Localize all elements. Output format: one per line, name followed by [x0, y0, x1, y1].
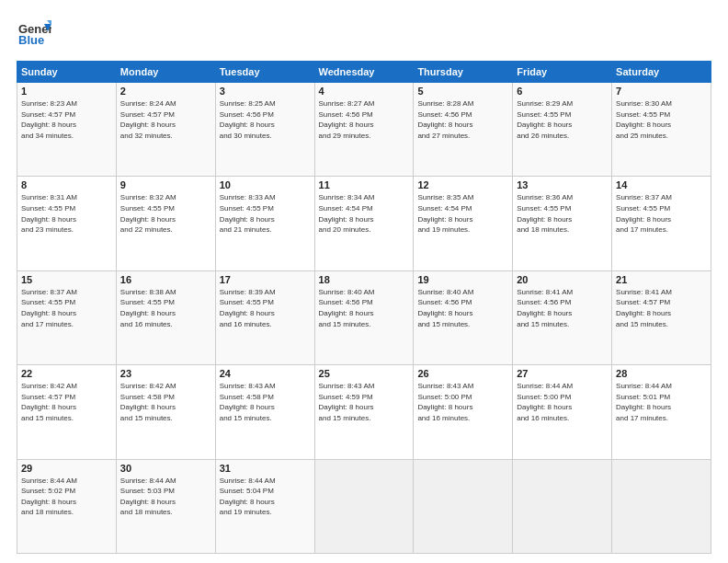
calendar-day: 24Sunrise: 8:43 AMSunset: 4:58 PMDayligh… — [215, 365, 314, 459]
day-detail: Sunrise: 8:36 AMSunset: 4:55 PMDaylight:… — [517, 192, 608, 235]
day-detail: Sunrise: 8:40 AMSunset: 4:56 PMDaylight:… — [319, 287, 410, 329]
day-detail: Sunrise: 8:38 AMSunset: 4:55 PMDaylight:… — [120, 287, 211, 329]
day-number: 13 — [517, 179, 608, 190]
day-detail: Sunrise: 8:40 AMSunset: 4:56 PMDaylight:… — [417, 287, 508, 329]
calendar-day: 9Sunrise: 8:32 AMSunset: 4:55 PMDaylight… — [116, 177, 215, 270]
calendar-day: 26Sunrise: 8:43 AMSunset: 5:00 PMDayligh… — [414, 365, 513, 459]
day-detail: Sunrise: 8:43 AMSunset: 5:00 PMDaylight:… — [417, 381, 508, 423]
calendar-day: 19Sunrise: 8:40 AMSunset: 4:56 PMDayligh… — [414, 270, 513, 364]
calendar-body: 1Sunrise: 8:23 AMSunset: 4:57 PMDaylight… — [17, 83, 711, 554]
calendar-day: 28Sunrise: 8:44 AMSunset: 5:01 PMDayligh… — [612, 365, 711, 459]
day-detail: Sunrise: 8:44 AMSunset: 5:03 PMDaylight:… — [120, 476, 211, 518]
calendar-day: 7Sunrise: 8:30 AMSunset: 4:55 PMDaylight… — [612, 83, 711, 177]
weekday-sunday: Sunday — [17, 62, 117, 83]
calendar-week-3: 15Sunrise: 8:37 AMSunset: 4:55 PMDayligh… — [17, 270, 711, 364]
calendar-day: 2Sunrise: 8:24 AMSunset: 4:57 PMDaylight… — [116, 83, 215, 177]
day-detail: Sunrise: 8:35 AMSunset: 4:54 PMDaylight:… — [417, 192, 508, 235]
calendar-header: SundayMondayTuesdayWednesdayThursdayFrid… — [17, 62, 711, 83]
calendar-day — [414, 459, 513, 553]
calendar-day: 29Sunrise: 8:44 AMSunset: 5:02 PMDayligh… — [17, 459, 117, 553]
day-detail: Sunrise: 8:44 AMSunset: 5:01 PMDaylight:… — [616, 381, 707, 423]
logo-icon: General Blue — [17, 17, 51, 52]
calendar-day: 6Sunrise: 8:29 AMSunset: 4:55 PMDaylight… — [513, 83, 612, 177]
day-number: 2 — [120, 86, 211, 97]
day-detail: Sunrise: 8:44 AMSunset: 5:00 PMDaylight:… — [517, 381, 608, 423]
calendar-day: 31Sunrise: 8:44 AMSunset: 5:04 PMDayligh… — [215, 459, 314, 553]
weekday-saturday: Saturday — [612, 62, 711, 83]
day-number: 15 — [21, 274, 112, 285]
calendar-day: 14Sunrise: 8:37 AMSunset: 4:55 PMDayligh… — [612, 177, 711, 270]
day-number: 20 — [517, 274, 608, 285]
calendar-week-5: 29Sunrise: 8:44 AMSunset: 5:02 PMDayligh… — [17, 459, 711, 553]
calendar-day: 30Sunrise: 8:44 AMSunset: 5:03 PMDayligh… — [116, 459, 215, 553]
logo: General Blue — [17, 17, 51, 52]
day-number: 8 — [21, 179, 112, 190]
day-number: 1 — [21, 86, 112, 97]
calendar-day: 17Sunrise: 8:39 AMSunset: 4:55 PMDayligh… — [215, 270, 314, 364]
day-detail: Sunrise: 8:37 AMSunset: 4:55 PMDaylight:… — [616, 192, 707, 235]
calendar-day: 25Sunrise: 8:43 AMSunset: 4:59 PMDayligh… — [314, 365, 414, 459]
weekday-monday: Monday — [116, 62, 215, 83]
calendar-day: 4Sunrise: 8:27 AMSunset: 4:56 PMDaylight… — [314, 83, 414, 177]
calendar-day: 8Sunrise: 8:31 AMSunset: 4:55 PMDaylight… — [17, 177, 117, 270]
day-number: 24 — [220, 368, 311, 379]
page-header: General Blue — [17, 17, 711, 52]
day-number: 29 — [21, 463, 112, 474]
calendar-day: 12Sunrise: 8:35 AMSunset: 4:54 PMDayligh… — [414, 177, 513, 270]
day-detail: Sunrise: 8:30 AMSunset: 4:55 PMDaylight:… — [616, 98, 707, 141]
day-number: 10 — [220, 179, 311, 190]
day-number: 16 — [120, 274, 211, 285]
calendar-table: SundayMondayTuesdayWednesdayThursdayFrid… — [17, 61, 711, 554]
weekday-friday: Friday — [513, 62, 612, 83]
day-detail: Sunrise: 8:41 AMSunset: 4:57 PMDaylight:… — [616, 287, 707, 329]
day-detail: Sunrise: 8:32 AMSunset: 4:55 PMDaylight:… — [120, 192, 211, 235]
day-number: 21 — [616, 274, 707, 285]
day-detail: Sunrise: 8:44 AMSunset: 5:02 PMDaylight:… — [21, 476, 112, 518]
day-detail: Sunrise: 8:39 AMSunset: 4:55 PMDaylight:… — [220, 287, 311, 329]
day-number: 5 — [417, 86, 508, 97]
day-number: 3 — [220, 86, 311, 97]
day-number: 31 — [220, 463, 311, 474]
svg-text:Blue: Blue — [18, 33, 44, 47]
day-number: 6 — [517, 86, 608, 97]
day-detail: Sunrise: 8:42 AMSunset: 4:57 PMDaylight:… — [21, 381, 112, 423]
day-number: 14 — [616, 179, 707, 190]
day-number: 22 — [21, 368, 112, 379]
calendar-day: 3Sunrise: 8:25 AMSunset: 4:56 PMDaylight… — [215, 83, 314, 177]
calendar-day: 23Sunrise: 8:42 AMSunset: 4:58 PMDayligh… — [116, 365, 215, 459]
calendar-day: 27Sunrise: 8:44 AMSunset: 5:00 PMDayligh… — [513, 365, 612, 459]
day-detail: Sunrise: 8:27 AMSunset: 4:56 PMDaylight:… — [319, 98, 410, 141]
day-detail: Sunrise: 8:31 AMSunset: 4:55 PMDaylight:… — [21, 192, 112, 235]
day-number: 4 — [319, 86, 410, 97]
day-number: 27 — [517, 368, 608, 379]
day-detail: Sunrise: 8:34 AMSunset: 4:54 PMDaylight:… — [319, 192, 410, 235]
day-detail: Sunrise: 8:33 AMSunset: 4:55 PMDaylight:… — [220, 192, 311, 235]
calendar-day: 21Sunrise: 8:41 AMSunset: 4:57 PMDayligh… — [612, 270, 711, 364]
calendar-day: 15Sunrise: 8:37 AMSunset: 4:55 PMDayligh… — [17, 270, 117, 364]
day-number: 26 — [417, 368, 508, 379]
calendar-day: 11Sunrise: 8:34 AMSunset: 4:54 PMDayligh… — [314, 177, 414, 270]
weekday-thursday: Thursday — [414, 62, 513, 83]
day-detail: Sunrise: 8:29 AMSunset: 4:55 PMDaylight:… — [517, 98, 608, 141]
day-detail: Sunrise: 8:24 AMSunset: 4:57 PMDaylight:… — [120, 98, 211, 141]
day-number: 28 — [616, 368, 707, 379]
calendar-day: 1Sunrise: 8:23 AMSunset: 4:57 PMDaylight… — [17, 83, 117, 177]
calendar-day — [513, 459, 612, 553]
day-number: 23 — [120, 368, 211, 379]
calendar-day: 5Sunrise: 8:28 AMSunset: 4:56 PMDaylight… — [414, 83, 513, 177]
weekday-header-row: SundayMondayTuesdayWednesdayThursdayFrid… — [17, 62, 711, 83]
calendar-day: 13Sunrise: 8:36 AMSunset: 4:55 PMDayligh… — [513, 177, 612, 270]
day-number: 7 — [616, 86, 707, 97]
day-number: 17 — [220, 274, 311, 285]
day-detail: Sunrise: 8:25 AMSunset: 4:56 PMDaylight:… — [220, 98, 311, 141]
calendar-day: 22Sunrise: 8:42 AMSunset: 4:57 PMDayligh… — [17, 365, 117, 459]
weekday-wednesday: Wednesday — [314, 62, 414, 83]
day-number: 18 — [319, 274, 410, 285]
day-detail: Sunrise: 8:43 AMSunset: 4:59 PMDaylight:… — [319, 381, 410, 423]
day-number: 9 — [120, 179, 211, 190]
day-detail: Sunrise: 8:42 AMSunset: 4:58 PMDaylight:… — [120, 381, 211, 423]
day-detail: Sunrise: 8:37 AMSunset: 4:55 PMDaylight:… — [21, 287, 112, 329]
calendar-week-4: 22Sunrise: 8:42 AMSunset: 4:57 PMDayligh… — [17, 365, 711, 459]
day-number: 19 — [417, 274, 508, 285]
calendar-week-2: 8Sunrise: 8:31 AMSunset: 4:55 PMDaylight… — [17, 177, 711, 270]
